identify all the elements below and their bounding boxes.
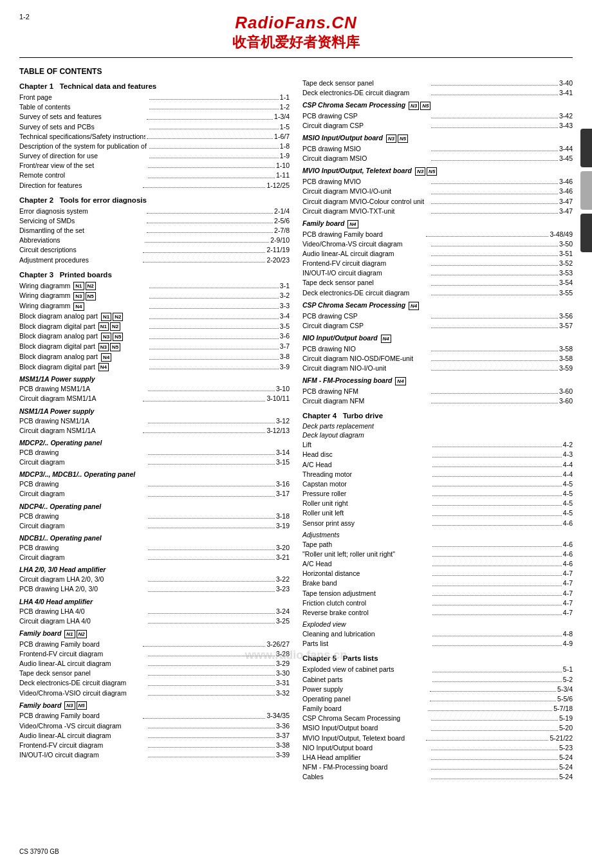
toc-entry: Audio linear-AL circuit diagram3-37	[19, 731, 290, 740]
toc-entry: NIO Input/Output board5-23	[302, 743, 573, 752]
toc-entry: Operating panel5-5/6	[302, 694, 573, 703]
toc-entry: IN/OUT-I/O circuit diagram3-39	[19, 750, 290, 759]
toc-entry: MSIO Input/Output board5-20	[302, 723, 573, 732]
toc-entry: LHA Head amplifier5-24	[302, 753, 573, 762]
adjustments-label: Adjustments	[302, 531, 573, 539]
toc-entry: Circuit diagram CSP3-43	[302, 121, 573, 130]
toc-entry: Audio linear-AL circuit diagram3-29	[19, 659, 290, 668]
toc-entry: Error diagnosis system2-1/4	[19, 207, 290, 216]
toc-entry: PCB drawing3-14	[19, 448, 290, 457]
toc-entry: PCB drawing3-16	[19, 479, 290, 488]
toc-entry: Adjustment procedures2-20/23	[19, 255, 290, 264]
subsection-family-n3n5: Family board N3N5	[19, 701, 290, 710]
toc-entry: Front page1-1	[19, 93, 290, 102]
toc-entry: Sensor print assy4-6	[302, 519, 573, 528]
toc-entry: Friction clutch control4-7	[302, 598, 573, 607]
toc-entry: Block diagram digital part N43-9	[19, 362, 290, 372]
subsection-mdcp3: MDCP3/.., MDCB1/.. Operating panel	[19, 470, 290, 478]
toc-entry: Abbreviations2-9/10	[19, 235, 290, 245]
subsection-lha40: LHA 4/0 Head amplifier	[19, 598, 290, 605]
toc-entry: Brake band4-7	[302, 578, 573, 587]
toc-entry: Circuit diagram3-15	[19, 457, 290, 466]
toc-entry: Threading motor4-4	[302, 470, 573, 479]
toc-entry: PCB drawing MVIO3-46	[302, 177, 573, 186]
subsection-csp-n4: CSP Chroma Secam Processing N4	[302, 301, 573, 310]
toc-entry: Frontend-FV circuit diagram3-52	[302, 259, 573, 268]
toc-entry: Capstan motor4-5	[302, 479, 573, 488]
toc-entry: Circuit diagram MVIO-Colour control unit…	[302, 197, 573, 206]
toc-entry: Roller unit left4-5	[302, 508, 573, 517]
toc-entry: Direction for features1-12/25	[19, 181, 290, 190]
page: 1-2 RadioFans.CN 收音机爱好者资料库 TABLE OF CONT…	[0, 0, 592, 868]
toc-entry: Frontend-FV circuit diagram3-38	[19, 741, 290, 750]
toc-entry: IN/OUT-I/O circuit diagram3-53	[302, 268, 573, 277]
toc-entry: A/C Head4-4	[302, 460, 573, 469]
exploded-view-label: Exploded view	[302, 620, 573, 628]
header-subtitle: 收音机爱好者资料库	[19, 33, 573, 52]
subsection-nio-n4: NIO Input/Output board N4	[302, 334, 573, 343]
toc-entry: PCB drawing MSIO3-44	[302, 144, 573, 153]
toc-entry: Wiring diagramm N1N23-1	[19, 281, 290, 291]
left-column: TABLE OF CONTENTS Chapter 1 Technical da…	[19, 60, 290, 782]
toc-entry: Tape tension adjustment4-7	[302, 589, 573, 598]
toc-entry: PCB drawing3-20	[19, 543, 290, 552]
toc-entry: Tape deck sensor panel3-54	[302, 278, 573, 287]
chapter2-title: Chapter 2 Tools for error diagnosis	[19, 196, 290, 204]
toc-entry: Cleaning and lubrication4-8	[302, 629, 573, 638]
subsection-msm: MSM1/1A Power supply	[19, 375, 290, 383]
right-tabs	[580, 129, 592, 252]
toc-entry: Frontend-FV circuit diagram3-28	[19, 649, 290, 658]
chapter3-title: Chapter 3 Printed boards	[19, 271, 290, 279]
toc-entry: Horizontal distance4-7	[302, 569, 573, 578]
toc-entry: Wiring diagramm N43-3	[19, 301, 290, 311]
toc-entry: "Roller unit left; roller unit right"4-6	[302, 549, 573, 559]
toc-entry: Tape deck sensor panel3-40	[302, 78, 573, 88]
subsection-lha230: LHA 2/0, 3/0 Head amplifier	[19, 566, 290, 573]
toc-entry: Block diagram digital part N1N23-5	[19, 322, 290, 331]
toc-entry: Circuit diagram3-21	[19, 553, 290, 562]
toc-entry: PCB drawing CSP3-56	[302, 311, 573, 320]
toc-entry: PCB drawing Family board3-48/49	[302, 230, 573, 239]
toc-entry: PCB drawing Family board3-26/27	[19, 640, 290, 649]
toc-entry: Servicing of SMDs2-5/6	[19, 216, 290, 225]
toc-entry: Video/Chroma-VSIO circuit diagram3-32	[19, 688, 290, 697]
toc-entry: Block diagram analog part N1N23-4	[19, 311, 290, 321]
toc-entry: Parts list4-9	[302, 639, 573, 648]
cs-number: CS 37970 GB	[19, 848, 59, 855]
toc-entry: Wiring diagramm N3N53-2	[19, 291, 290, 300]
toc-entry: Dismantling of the set2-7/8	[19, 226, 290, 235]
toc-entry: MVIO Input/Output, Teletext board5-21/22	[302, 734, 573, 743]
toc-entry: Circuit diagram3-19	[19, 521, 290, 530]
toc-entry: PCB drawing Family board3-34/35	[19, 711, 290, 720]
toc-entry: A/C Head4-6	[302, 559, 573, 568]
toc-entry: PCB drawing NIO3-58	[302, 344, 573, 353]
toc-entry: Roller unit right4-5	[302, 499, 573, 508]
toc-entry: Block diagram analog part N3N53-6	[19, 331, 290, 341]
toc-entry: Survey of sets and PCBs1-5	[19, 122, 290, 131]
toc-entry: Circuit diagram NSM1/1A3-12/13	[19, 426, 290, 435]
subsection-ndcp4: NDCP4/.. Operating panel	[19, 503, 290, 510]
toc-entry: PCB drawing NSM1/1A3-12	[19, 416, 290, 425]
toc-entry: Remote control1-11	[19, 171, 290, 180]
toc-entry: Deck electronics-DE circuit diagram3-41	[302, 88, 573, 97]
toc-entry: Audio linear-AL circuit diagram3-51	[302, 249, 573, 258]
toc-entry: Front/rear view of the set1-10	[19, 161, 290, 170]
toc-entry: Circuit diagram3-17	[19, 489, 290, 498]
toc-entry: Block diagram analog part N43-8	[19, 352, 290, 362]
toc-entry: Tape path4-6	[302, 540, 573, 549]
chapter1-title: Chapter 1 Technical data and features	[19, 82, 290, 90]
chapter3-entries: Wiring diagramm N1N23-1 Wiring diagramm …	[19, 281, 290, 371]
subsection-csp-n3n5: CSP Chroma Secam Processing N3N5	[302, 101, 573, 110]
toc-entry: Power supply5-3/4	[302, 685, 573, 694]
toc-entry: Video/Chroma-VS circuit diagram3-50	[302, 239, 573, 248]
toc-entry: PCB drawing LHA 4/03-24	[19, 607, 290, 616]
chapter4-title: Chapter 4 Turbo drive	[302, 412, 573, 420]
toc-title: TABLE OF CONTENTS	[19, 67, 290, 76]
toc-entry: PCB drawing3-18	[19, 512, 290, 521]
toc-entry: Circuit diagram NIO-I/O-unit3-59	[302, 364, 573, 373]
toc-entry: NFM - FM-Processing board5-24	[302, 762, 573, 771]
toc-entry: Table of contents1-2	[19, 102, 290, 111]
toc-entry: Deck electronics-DE circuit diagram3-55	[302, 288, 573, 297]
toc-entry: Block diagram digital part N3N53-7	[19, 342, 290, 351]
subsection-nfm-n4: NFM - FM-Processing board N4	[302, 376, 573, 385]
